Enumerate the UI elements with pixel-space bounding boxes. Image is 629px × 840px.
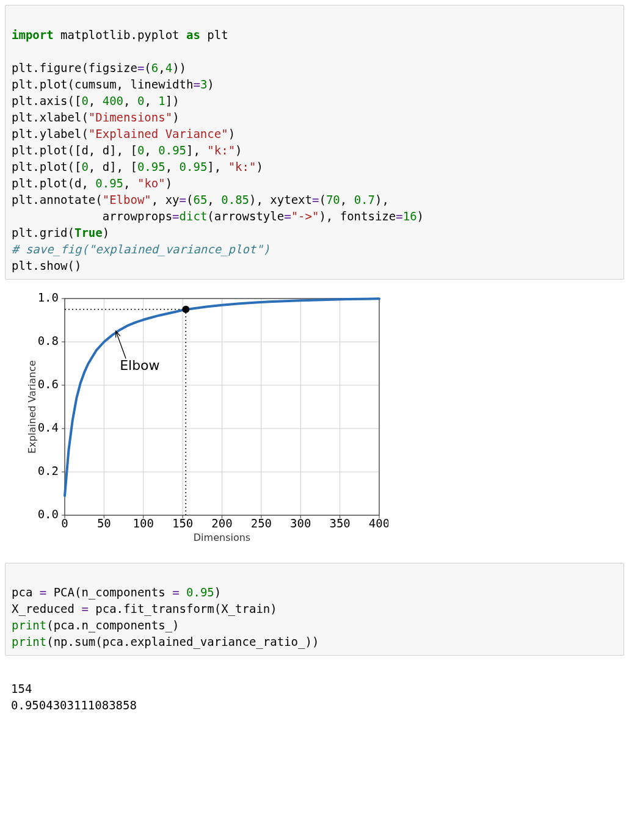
svg-text:0.8: 0.8 <box>38 334 59 347</box>
svg-text:400: 400 <box>369 516 388 530</box>
svg-text:350: 350 <box>329 516 350 530</box>
svg-text:50: 50 <box>97 516 111 530</box>
svg-line-51 <box>116 331 126 358</box>
svg-text:0.6: 0.6 <box>38 377 59 391</box>
svg-text:0.0: 0.0 <box>38 507 59 521</box>
svg-text:0: 0 <box>61 516 68 530</box>
explained-variance-chart: 0501001502002503003504000.00.20.40.60.81… <box>22 289 624 546</box>
svg-text:Dimensions: Dimensions <box>194 532 250 543</box>
code-cell-1: import matplotlib.pyplot as plt plt.figu… <box>5 5 624 280</box>
svg-text:Elbow: Elbow <box>120 357 159 372</box>
svg-text:1.0: 1.0 <box>38 291 59 304</box>
svg-text:300: 300 <box>290 516 311 530</box>
svg-point-50 <box>182 305 189 313</box>
svg-text:Explained Variance: Explained Variance <box>26 360 38 454</box>
svg-text:200: 200 <box>211 516 232 530</box>
output-text: 154 0.9504303111083858 <box>5 662 624 716</box>
code-cell-2: pca = PCA(n_components = 0.95) X_reduced… <box>5 563 624 656</box>
svg-text:250: 250 <box>251 516 272 530</box>
svg-text:0.4: 0.4 <box>38 421 59 434</box>
svg-text:100: 100 <box>133 516 154 530</box>
svg-text:150: 150 <box>172 516 193 530</box>
svg-text:0.2: 0.2 <box>38 464 59 477</box>
